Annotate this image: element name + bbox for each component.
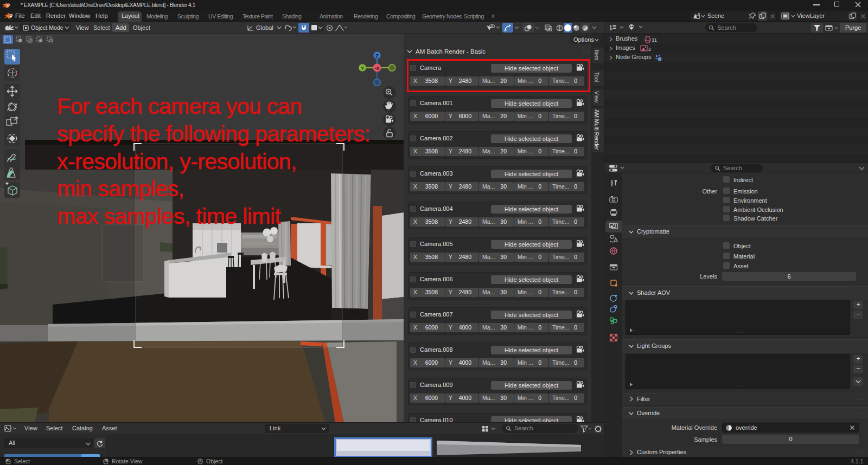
- svg-text:-X: -X: [375, 66, 380, 71]
- svg-text:Z: Z: [375, 53, 379, 59]
- svg-text:Y: Y: [361, 66, 364, 71]
